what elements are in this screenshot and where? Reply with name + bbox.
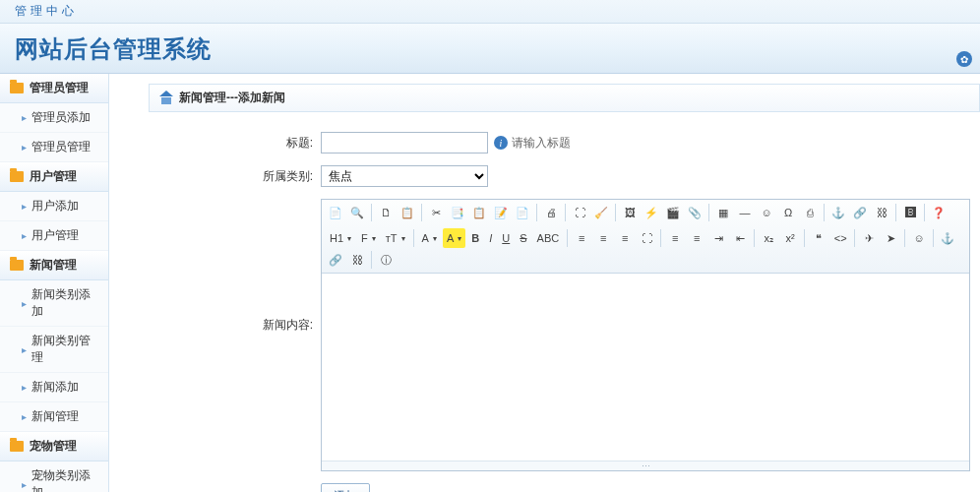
toolbar-image-button[interactable]: 🖼 xyxy=(620,203,640,222)
toolbar-abc-button[interactable]: ABC xyxy=(533,228,564,248)
toolbar-about-button[interactable]: ⓘ xyxy=(376,250,396,270)
toolbar-code-button[interactable]: <> xyxy=(830,228,850,248)
toolbar-clear-button[interactable]: 🧹 xyxy=(591,203,611,222)
site-title: 网站后台管理系统 xyxy=(15,33,965,65)
toolbar-copy-button[interactable]: 📑 xyxy=(448,203,467,222)
sidebar-item[interactable]: 新闻添加 xyxy=(0,373,108,402)
toolbar-plane-button[interactable]: ✈ xyxy=(859,228,879,248)
toolbar-size-button[interactable]: тT▾ xyxy=(382,228,409,248)
toolbar-print-button[interactable]: 🖨 xyxy=(541,203,561,222)
toolbar-quote-button[interactable]: ❝ xyxy=(809,228,828,248)
toolbar-cut-button[interactable]: ✂ xyxy=(426,203,446,222)
sidebar-group-title: 宠物管理 xyxy=(30,438,77,455)
toolbar-outdent-button[interactable]: ⇤ xyxy=(730,228,750,248)
toolbar-anchor2-button[interactable]: ⚓ xyxy=(938,228,957,248)
toolbar-separator xyxy=(904,229,905,247)
header-user-icon[interactable]: ✿ xyxy=(956,51,972,67)
toolbar-help-button[interactable]: ❓ xyxy=(929,203,949,222)
toolbar-h1-button[interactable]: H1▾ xyxy=(326,228,355,248)
toolbar-tpl-button[interactable]: 📋 xyxy=(398,203,417,222)
toolbar-page-button[interactable]: ⎙ xyxy=(800,203,820,222)
sidebar-item[interactable]: 宠物类别添加 xyxy=(0,461,108,492)
sidebar-item[interactable]: 新闻管理 xyxy=(0,402,108,432)
toolbar-separator xyxy=(421,204,422,221)
sidebar-item-label: 新闻管理 xyxy=(31,408,79,425)
chevron-down-icon: ▾ xyxy=(401,234,405,243)
editor-body[interactable] xyxy=(322,274,969,461)
sidebar-group-header[interactable]: 宠物管理 xyxy=(0,432,108,461)
folder-icon xyxy=(10,171,24,182)
toolbar-send-button[interactable]: ➤ xyxy=(881,228,900,248)
title-input[interactable] xyxy=(321,132,488,154)
toolbar-unlink2-button[interactable]: ⛓ xyxy=(347,250,367,270)
toolbar-table-button[interactable]: ▦ xyxy=(713,203,733,222)
toolbar-paste-text-button[interactable]: 📝 xyxy=(491,203,511,222)
sidebar-item-label: 用户添加 xyxy=(31,198,79,215)
toolbar-left-button[interactable]: ≡ xyxy=(572,228,591,248)
toolbar-separator xyxy=(924,204,925,221)
toolbar-preview-button[interactable]: 🔍 xyxy=(347,203,367,222)
toolbar-back-button[interactable]: A▾ xyxy=(443,228,465,248)
toolbar-ul-button[interactable]: ≡ xyxy=(687,228,706,248)
sidebar-group-title: 新闻管理 xyxy=(30,257,77,274)
editor-resize-handle[interactable]: ⋯ xyxy=(322,461,969,470)
toolbar-separator xyxy=(933,229,934,247)
toolbar-link2-button[interactable]: 🔗 xyxy=(326,250,345,270)
toolbar-smile-button[interactable]: ☺ xyxy=(909,228,929,248)
toolbar-separator xyxy=(754,229,755,247)
sidebar-group-header[interactable]: 管理员管理 xyxy=(0,74,108,103)
toolbar-indent-button[interactable]: ⇥ xyxy=(708,228,728,248)
sidebar-item[interactable]: 管理员添加 xyxy=(0,103,108,133)
toolbar-strike-button[interactable]: S xyxy=(516,228,530,248)
toolbar-separator xyxy=(708,204,709,221)
toolbar-emoji-button[interactable]: ☺ xyxy=(757,203,776,222)
sidebar-item-label: 宠物类别添加 xyxy=(31,467,98,492)
sidebar-item-label: 管理员管理 xyxy=(31,139,91,155)
toolbar-paste-button[interactable]: 📋 xyxy=(469,203,489,222)
toolbar-fore-button[interactable]: A▾ xyxy=(418,228,441,248)
toolbar-separator xyxy=(824,204,825,221)
sidebar-item[interactable]: 用户添加 xyxy=(0,192,108,221)
toolbar-link-button[interactable]: 🔗 xyxy=(850,203,870,222)
toolbar-separator xyxy=(804,229,805,247)
toolbar-full-button[interactable]: ⛶ xyxy=(637,228,656,248)
toolbar-sub-button[interactable]: x₂ xyxy=(759,228,778,248)
toolbar-underline-button[interactable]: U xyxy=(498,228,514,248)
breadcrumb: 新闻管理---添加新闻 xyxy=(149,84,980,112)
toolbar-unlink-button[interactable]: ⛓ xyxy=(872,203,891,222)
toolbar-char-button[interactable]: Ω xyxy=(778,203,798,222)
submit-button[interactable]: 添加 xyxy=(321,483,370,492)
toolbar-hr-button[interactable]: — xyxy=(735,203,755,222)
toolbar-anchor-button[interactable]: ⚓ xyxy=(828,203,848,222)
toolbar-paste-word-button[interactable]: 📄 xyxy=(513,203,532,222)
sidebar-item-label: 用户管理 xyxy=(31,227,79,244)
sidebar-item-label: 新闻类别管理 xyxy=(31,333,98,366)
toolbar-italic-button[interactable]: I xyxy=(485,228,496,248)
sidebar-item-label: 新闻类别添加 xyxy=(31,286,98,320)
toolbar-full-button[interactable]: ⛶ xyxy=(570,203,589,222)
toolbar-bold-button[interactable]: B xyxy=(467,228,483,248)
sidebar-group-header[interactable]: 用户管理 xyxy=(0,162,108,192)
sidebar-group-header[interactable]: 新闻管理 xyxy=(0,251,108,280)
toolbar-center-button[interactable]: ≡ xyxy=(593,228,613,248)
toolbar-right-button[interactable]: ≡ xyxy=(615,228,635,248)
toolbar-font-button[interactable]: F▾ xyxy=(357,228,380,248)
toolbar-media-button[interactable]: 🎬 xyxy=(663,203,683,222)
sidebar-item[interactable]: 新闻类别添加 xyxy=(0,280,108,327)
toolbar-flash-button[interactable]: ⚡ xyxy=(642,203,661,222)
toolbar-baidu-button[interactable]: 🅱 xyxy=(900,203,920,222)
title-hint: i 请输入标题 xyxy=(494,135,571,152)
home-icon xyxy=(159,92,173,104)
toolbar-separator xyxy=(371,204,372,221)
sidebar-item[interactable]: 用户管理 xyxy=(0,221,108,251)
toolbar-new-button[interactable]: 🗋 xyxy=(376,203,396,222)
toolbar-separator xyxy=(567,229,568,247)
toolbar-ol-button[interactable]: ≡ xyxy=(665,228,685,248)
category-select[interactable]: 焦点 xyxy=(321,165,488,187)
toolbar-file-button[interactable]: 📎 xyxy=(685,203,704,222)
sidebar-item[interactable]: 新闻类别管理 xyxy=(0,327,108,373)
toolbar-source-button[interactable]: 📄 xyxy=(326,203,345,222)
toolbar-separator xyxy=(371,251,372,269)
toolbar-sup-button[interactable]: x² xyxy=(780,228,800,248)
sidebar-item[interactable]: 管理员管理 xyxy=(0,133,108,162)
